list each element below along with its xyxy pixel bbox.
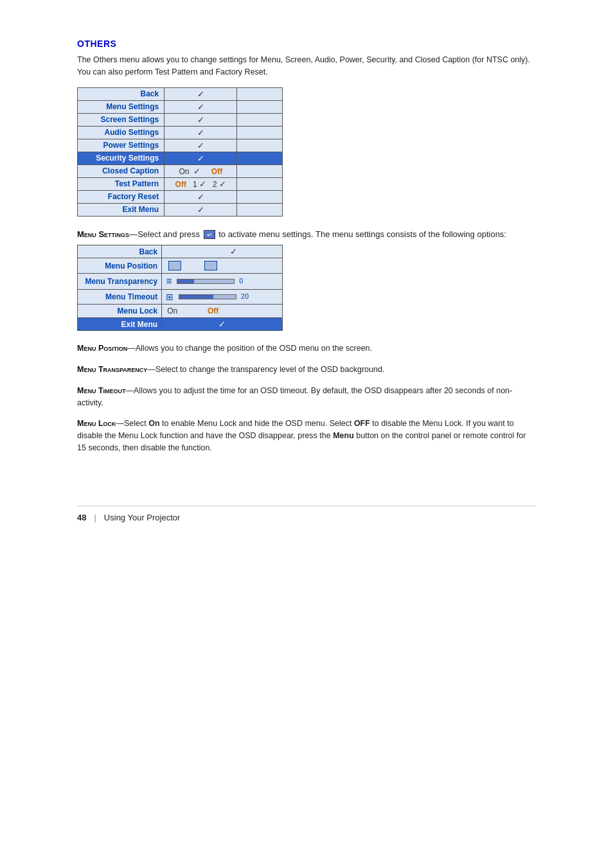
- term-menu-settings: Menu Settings: [77, 229, 129, 239]
- transparency-value: 0: [239, 277, 243, 285]
- row-extra: [237, 190, 283, 203]
- term-menu-lock: Menu Lock: [77, 419, 116, 428]
- row-extra: [237, 203, 283, 216]
- page: OTHERS The Others menu allows you to cha…: [0, 0, 613, 868]
- row-label: Menu Lock: [78, 305, 162, 318]
- check-icon: ✓: [197, 89, 204, 99]
- on-label: On: [179, 167, 189, 176]
- menu-settings-heading: Menu Settings—Select and press ↵ to acti…: [77, 228, 536, 242]
- row-label: Menu Transparency: [78, 274, 162, 290]
- off-label: Off: [175, 180, 186, 189]
- row-content: Off 1 ✓ 2 ✓: [164, 177, 237, 190]
- check-icon: ✓: [193, 166, 200, 176]
- section-title: OTHERS: [77, 39, 536, 49]
- check-icon: ✓: [197, 115, 204, 125]
- check-icon: ✓: [197, 102, 204, 112]
- table-row: Screen Settings ✓: [78, 113, 283, 126]
- row-extra: [237, 139, 283, 152]
- check-icon: ✓: [197, 154, 204, 163]
- term-menu-timeout: Menu Timeout: [77, 386, 126, 395]
- desc-menu-position: Menu Position—Allows you to change the p…: [77, 342, 536, 355]
- table-row: Menu Settings ✓: [78, 100, 283, 113]
- footer-separator: |: [94, 513, 96, 522]
- off-label: Off: [211, 167, 222, 176]
- on-label: On: [167, 306, 177, 315]
- row-label: Exit Menu: [78, 203, 164, 216]
- check-icon: ✓: [230, 247, 237, 256]
- table-row: Exit Menu ✓: [78, 203, 283, 216]
- row-label: Menu Settings: [78, 100, 164, 113]
- row-label: Test Pattern: [78, 177, 164, 190]
- row-extra: [237, 152, 283, 164]
- table-row: Menu Lock On Off: [78, 305, 283, 318]
- row-label: Closed Caption: [78, 164, 164, 177]
- row-content: ✓: [162, 318, 283, 331]
- num-1: 1: [193, 180, 197, 189]
- row-label: Exit Menu: [78, 318, 162, 331]
- row-label: Power Settings: [78, 139, 164, 152]
- desc-menu-timeout: Menu Timeout—Allows you to adjust the ti…: [77, 385, 536, 409]
- check-icon: ✓: [199, 179, 206, 189]
- row-label: Menu Position: [78, 258, 162, 274]
- row-content: ⊞ 20: [162, 290, 283, 305]
- timeout-icon: ⊞: [166, 292, 173, 302]
- check-icon: ✓: [197, 205, 204, 215]
- footer-page-number: 48: [77, 513, 86, 522]
- table-row: Back ✓: [78, 245, 283, 258]
- menu-strong: Menu: [333, 431, 354, 440]
- row-content: ✓: [164, 203, 237, 216]
- table-row: Menu Transparency ≡ 0: [78, 274, 283, 290]
- row-content: [162, 258, 283, 274]
- table-row: Test Pattern Off 1 ✓ 2 ✓: [78, 177, 283, 190]
- pos-box-left: [168, 261, 181, 270]
- enter-button-icon: ↵: [204, 230, 215, 239]
- intro-paragraph: The Others menu allows you to change set…: [77, 54, 536, 78]
- check-icon: ✓: [197, 141, 204, 150]
- check-icon: ✓: [197, 128, 204, 137]
- table-row-active: Security Settings ✓: [78, 152, 283, 164]
- row-extra: [237, 177, 283, 190]
- footer-label: Using Your Projector: [104, 513, 181, 522]
- table-row: Audio Settings ✓: [78, 126, 283, 139]
- row-label: Audio Settings: [78, 126, 164, 139]
- table-row: Closed Caption On ✓ Off: [78, 164, 283, 177]
- off-label: Off: [208, 306, 218, 315]
- row-label: Factory Reset: [78, 190, 164, 203]
- row-content: On Off: [162, 305, 283, 318]
- timeout-value: 20: [241, 292, 249, 300]
- off-strong: OFF: [354, 419, 370, 428]
- row-label: Back: [78, 245, 162, 258]
- timeout-slider: [179, 294, 236, 299]
- pos-box-right: [204, 261, 217, 270]
- row-content: ✓: [164, 152, 237, 164]
- check-icon: ✓: [197, 192, 204, 202]
- num-2: 2: [213, 180, 217, 189]
- table-row: Power Settings ✓: [78, 139, 283, 152]
- table-row-active: Exit Menu ✓: [78, 318, 283, 331]
- row-extra: [237, 100, 283, 113]
- desc-menu-lock: Menu Lock—Select On to enable Menu Lock …: [77, 418, 536, 454]
- row-content: ✓: [164, 139, 237, 152]
- desc-menu-transparency: Menu Transparency—Select to change the t…: [77, 364, 536, 376]
- row-content: On ✓ Off: [164, 164, 237, 177]
- row-label: Menu Timeout: [78, 290, 162, 305]
- term-menu-position: Menu Position: [77, 344, 127, 353]
- row-content: ✓: [164, 87, 237, 100]
- check-icon: ✓: [219, 179, 226, 189]
- row-extra: [237, 126, 283, 139]
- row-content: ✓: [162, 245, 283, 258]
- others-menu-table: Back ✓ Menu Settings ✓ Screen Settings ✓…: [77, 87, 283, 217]
- row-label-security: Security Settings: [78, 152, 164, 164]
- transparency-slider: [177, 279, 235, 284]
- table-row: Menu Timeout ⊞ 20: [78, 290, 283, 305]
- row-label: Back: [78, 87, 164, 100]
- transparency-icon: ≡: [166, 276, 172, 287]
- row-content: ✓: [164, 100, 237, 113]
- on-strong: On: [148, 419, 159, 428]
- row-content: ✓: [164, 190, 237, 203]
- menu-settings-table: Back ✓ Menu Position Menu Transparency: [77, 245, 283, 331]
- row-label: Screen Settings: [78, 113, 164, 126]
- table-row: Factory Reset ✓: [78, 190, 283, 203]
- footer: 48 | Using Your Projector: [77, 506, 536, 522]
- row-extra: [237, 164, 283, 177]
